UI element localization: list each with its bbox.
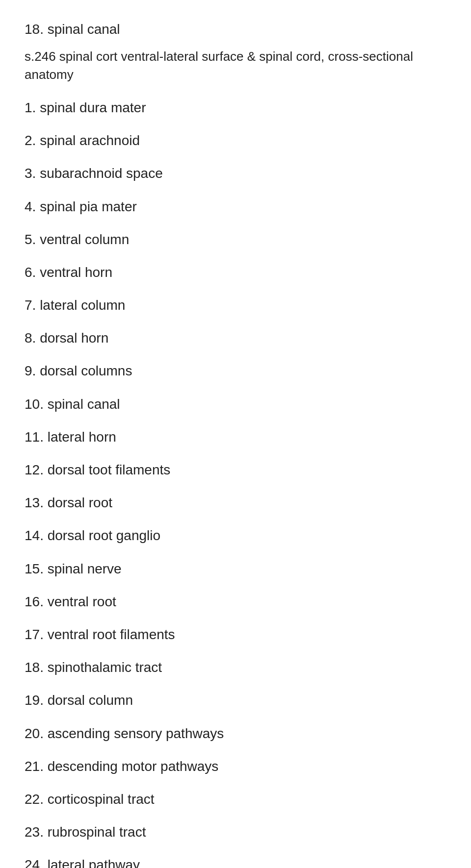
- list-item-17: 17. ventral root filaments: [25, 625, 446, 644]
- list-item-8: 8. dorsal horn: [25, 328, 446, 347]
- section-title: s.246 spinal cort ventral-lateral surfac…: [25, 48, 446, 83]
- list-item-2: 2. spinal arachnoid: [25, 131, 446, 150]
- list-item-18: 18. spinothalamic tract: [25, 658, 446, 677]
- list-item-14: 14. dorsal root ganglio: [25, 526, 446, 545]
- list-item-22: 22. corticospinal tract: [25, 790, 446, 809]
- list-item-19: 19. dorsal column: [25, 691, 446, 710]
- list-item-7: 7. lateral column: [25, 296, 446, 315]
- list-item-20: 20. ascending sensory pathways: [25, 724, 446, 743]
- list-item-23: 23. rubrospinal tract: [25, 822, 446, 842]
- list-item-15: 15. spinal nerve: [25, 559, 446, 578]
- list-item-12: 12. dorsal toot filaments: [25, 460, 446, 479]
- list-item-16: 16. ventral root: [25, 592, 446, 611]
- anatomy-list: 1. spinal dura mater2. spinal arachnoid3…: [25, 98, 446, 868]
- list-item-21: 21. descending motor pathways: [25, 757, 446, 776]
- list-item-24: 24. lateral pathway: [25, 855, 446, 868]
- list-item-1: 1. spinal dura mater: [25, 98, 446, 117]
- list-item-5: 5. ventral column: [25, 230, 446, 249]
- list-item-13: 13. dorsal root: [25, 493, 446, 512]
- intro-item: 18. spinal canal: [25, 20, 446, 39]
- list-item-4: 4. spinal pia mater: [25, 197, 446, 216]
- list-item-6: 6. ventral horn: [25, 263, 446, 282]
- list-item-3: 3. subarachnoid space: [25, 164, 446, 183]
- list-item-9: 9. dorsal columns: [25, 361, 446, 380]
- list-item-10: 10. spinal canal: [25, 395, 446, 414]
- intro-text: 18. spinal canal: [25, 22, 120, 37]
- list-item-11: 11. lateral horn: [25, 427, 446, 446]
